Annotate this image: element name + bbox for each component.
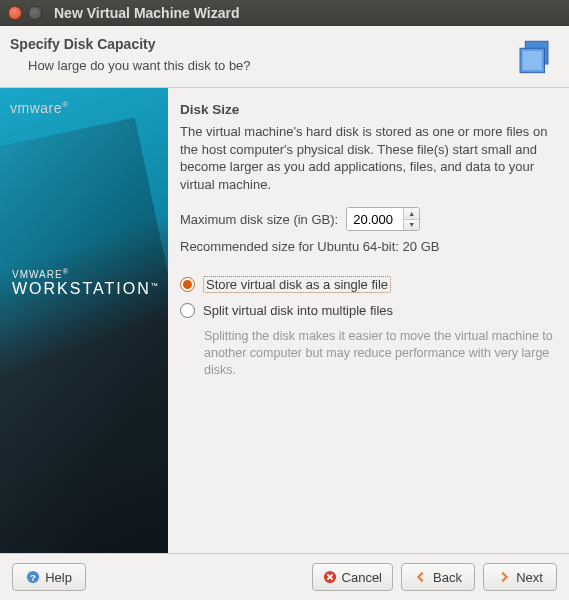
radio-option-split[interactable]: Split virtual disk into multiple files [180,303,555,318]
next-button-label: Next [516,570,543,585]
back-icon [414,570,428,584]
back-button[interactable]: Back [401,563,475,591]
radio-single-label: Store virtual disk as a single file [203,276,391,293]
wizard-header: Specify Disk Capacity How large do you w… [0,26,569,88]
back-button-label: Back [433,570,462,585]
max-disk-size-spinbox[interactable]: ▲ ▼ [346,207,420,231]
section-title: Disk Size [180,102,555,117]
spin-down-icon[interactable]: ▼ [404,220,419,231]
max-disk-size-label: Maximum disk size (in GB): [180,212,338,227]
svg-text:?: ? [30,572,36,583]
split-hint-text: Splitting the disk makes it easier to mo… [204,328,555,379]
window-title: New Virtual Machine Wizard [54,5,240,21]
vmware-logo-small: vmware® [10,100,158,116]
minimize-icon[interactable] [28,6,42,20]
max-disk-size-input[interactable] [347,208,403,230]
svg-rect-2 [523,51,542,70]
page-subtitle: How large do you want this disk to be? [28,58,251,73]
next-icon [497,570,511,584]
cancel-button-label: Cancel [342,570,382,585]
disk-icon [513,36,555,81]
radio-single-input[interactable] [180,277,195,292]
radio-split-label: Split virtual disk into multiple files [203,303,393,318]
wizard-footer: ? Help Cancel Back Next [0,553,569,600]
help-icon: ? [26,570,40,584]
page-title: Specify Disk Capacity [10,36,251,52]
titlebar: New Virtual Machine Wizard [0,0,569,26]
wizard-content: Disk Size The virtual machine's hard dis… [168,88,569,553]
sidebar-graphic: vmware® VMWARE® WORKSTATION™ [0,88,168,553]
next-button[interactable]: Next [483,563,557,591]
recommended-size-text: Recommended size for Ubuntu 64-bit: 20 G… [180,239,555,254]
radio-split-input[interactable] [180,303,195,318]
brand-line2: WORKSTATION™ [12,280,160,298]
help-button[interactable]: ? Help [12,563,86,591]
spin-up-icon[interactable]: ▲ [404,208,419,220]
radio-option-single[interactable]: Store virtual disk as a single file [180,276,555,293]
section-description: The virtual machine's hard disk is store… [180,123,555,193]
brand-line1: VMWARE® [12,268,160,280]
cancel-button[interactable]: Cancel [312,563,393,591]
help-button-label: Help [45,570,72,585]
close-icon[interactable] [8,6,22,20]
cancel-icon [323,570,337,584]
